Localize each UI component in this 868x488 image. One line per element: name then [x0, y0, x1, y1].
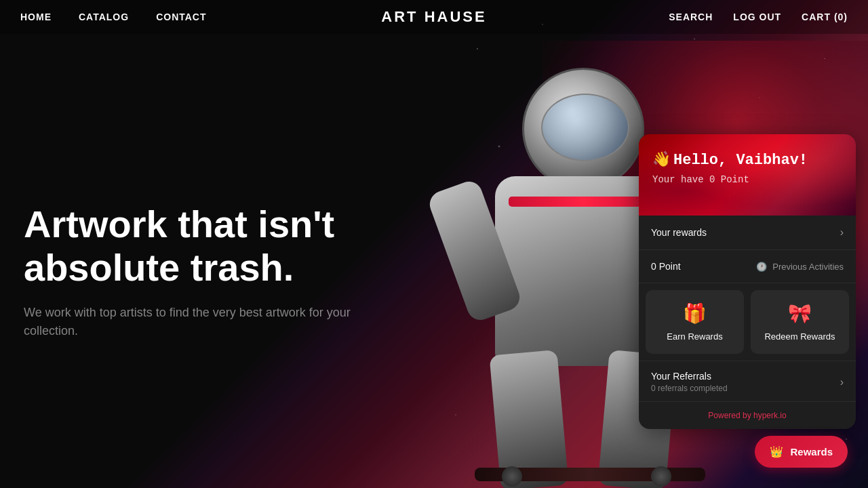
- hero-subtext: We work with top artists to find the ver…: [24, 304, 376, 340]
- history-icon: 🕐: [756, 262, 767, 272]
- hero-headline: Artwork that isn't absolute trash.: [24, 203, 376, 290]
- your-rewards-chevron-icon: ›: [840, 226, 844, 239]
- rewards-body: Your rewards › 0 Point 🕐 Previous Activi…: [639, 216, 856, 401]
- earn-rewards-label: Earn Rewards: [667, 331, 722, 342]
- referrals-label: Your Referrals: [651, 371, 728, 382]
- nav-logout[interactable]: LOG OUT: [733, 12, 781, 22]
- nav-catalog[interactable]: CATALOG: [79, 12, 129, 22]
- rewards-float-icon: 👑: [770, 445, 783, 458]
- nav-center: ART HAUSE: [381, 8, 486, 26]
- previous-activities-label: Previous Activities: [772, 262, 844, 272]
- rewards-header: 👋Hello, Vaibhav! Your have 0 Point: [639, 134, 856, 216]
- rewards-cards: 🎁 Earn Rewards 🎀 Redeem Rewards: [639, 283, 856, 361]
- hero-text-block: Artwork that isn't absolute trash. We wo…: [24, 203, 376, 340]
- referrals-sub: 0 referrals completed: [651, 384, 728, 393]
- redeem-rewards-card[interactable]: 🎀 Redeem Rewards: [751, 290, 849, 354]
- referrals-row[interactable]: Your Referrals 0 referrals completed ›: [639, 361, 856, 401]
- your-rewards-row[interactable]: Your rewards ›: [639, 216, 856, 250]
- nav-home[interactable]: HOME: [20, 12, 52, 22]
- powered-by-text: Powered by hyperk.io: [708, 411, 786, 420]
- points-label: 0 Point: [651, 261, 681, 272]
- referrals-info: Your Referrals 0 referrals completed: [651, 371, 728, 393]
- your-rewards-label: Your rewards: [651, 227, 707, 238]
- redeem-rewards-label: Redeem Rewards: [764, 331, 835, 342]
- wave-icon: 👋: [652, 150, 671, 169]
- rewards-footer: Powered by hyperk.io: [639, 401, 856, 429]
- powered-by-link[interactable]: hyperk.io: [753, 411, 787, 420]
- nav-left: HOME CATALOG CONTACT: [20, 12, 207, 22]
- referrals-chevron-icon: ›: [840, 376, 844, 388]
- nav-cart[interactable]: CART (0): [802, 12, 848, 22]
- rewards-panel: 👋Hello, Vaibhav! Your have 0 Point Your …: [639, 134, 856, 429]
- redeem-rewards-icon: 🎀: [788, 302, 812, 325]
- nav-right: SEARCH LOG OUT CART (0): [669, 12, 848, 22]
- brand-title: ART HAUSE: [381, 8, 486, 25]
- earn-rewards-icon: 🎁: [683, 302, 707, 325]
- points-row[interactable]: 0 Point 🕐 Previous Activities: [639, 250, 856, 283]
- nav-search[interactable]: SEARCH: [669, 12, 713, 22]
- navigation: HOME CATALOG CONTACT ART HAUSE SEARCH LO…: [0, 0, 868, 34]
- earn-rewards-card[interactable]: 🎁 Earn Rewards: [646, 290, 744, 354]
- rewards-points: Your have 0 Point: [652, 174, 842, 185]
- nav-contact[interactable]: CONTACT: [156, 12, 206, 22]
- rewards-float-button[interactable]: 👑 Rewards: [755, 436, 848, 468]
- rewards-float-label: Rewards: [790, 446, 833, 458]
- previous-activities-group: 🕐 Previous Activities: [756, 262, 844, 272]
- rewards-greeting: 👋Hello, Vaibhav!: [652, 150, 842, 169]
